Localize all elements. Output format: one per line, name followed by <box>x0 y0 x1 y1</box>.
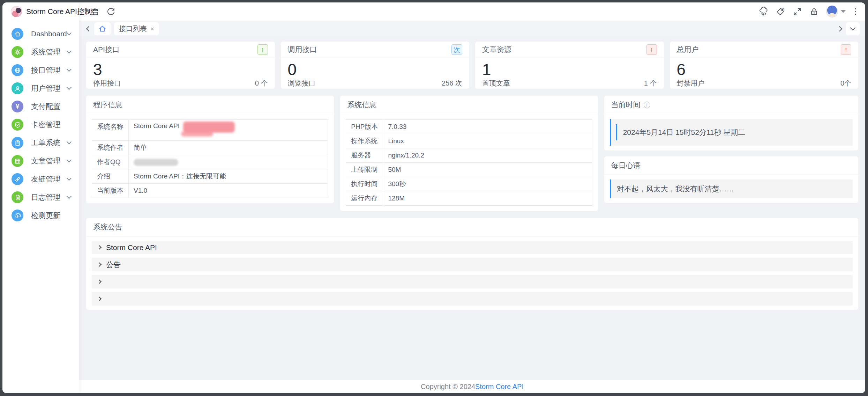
tabbar: 接口列表 × <box>79 21 865 37</box>
table-row: 当前版本 V1.0 <box>92 184 328 198</box>
redacted-gray-blob <box>134 159 178 166</box>
globe-icon <box>12 64 23 76</box>
user-icon <box>12 82 23 94</box>
info-icon: i <box>644 102 650 108</box>
sidebar-item-update[interactable]: 检测更新 <box>2 206 79 225</box>
sidebar-item-logs[interactable]: 日志管理 <box>2 188 79 206</box>
chevron-down-icon <box>67 176 72 181</box>
tab-close-icon[interactable]: × <box>150 25 154 32</box>
stat-card-calls: 调用接口 次 0 浏览接口 256 次 <box>281 42 470 89</box>
table-row: 系统作者 简单 <box>92 141 328 155</box>
refresh-icon[interactable] <box>105 6 117 17</box>
sidebar-item-api[interactable]: 接口管理 <box>2 61 79 79</box>
sidebar-item-ticket[interactable]: 工单系统 <box>2 134 79 152</box>
stat-title: 调用接口 <box>288 45 317 54</box>
panel-title: 当前时间 <box>611 100 641 110</box>
home-icon <box>12 28 23 40</box>
sidebar-item-cardkey[interactable]: 卡密管理 <box>2 116 79 134</box>
panel-title: 系统信息 <box>340 96 598 114</box>
tabs-scroll-right-icon[interactable] <box>837 26 843 31</box>
stat-card-articles: 文章资源 ↑ 1 置顶文章 1 个 <box>475 42 664 89</box>
notice-accordion-item[interactable] <box>92 292 853 306</box>
table-row: 上传限制50M <box>346 163 592 177</box>
stat-footer-label: 封禁用户 <box>677 79 705 88</box>
avatar-caret-icon[interactable] <box>841 10 846 13</box>
notice-panel: 系统公告 Storm Core API 公告 <box>86 218 858 310</box>
yen-icon: ¥ <box>12 101 23 112</box>
sidebar-item-label: 系统管理 <box>31 47 67 57</box>
daily-quote-text: 对不起，风太大，我没有听清楚…… <box>610 179 853 198</box>
tag-icon[interactable] <box>775 6 786 17</box>
chevron-right-icon <box>97 296 102 301</box>
fullscreen-icon[interactable] <box>791 6 803 17</box>
stat-card-users: 总用户 ↑ 6 封禁用户 0个 <box>670 42 859 89</box>
notice-accordion-item[interactable]: 公告 <box>92 258 853 271</box>
sidebar-item-label: 日志管理 <box>31 192 67 202</box>
up-arrow-badge: ↑ <box>257 44 268 55</box>
stat-value: 1 <box>475 58 664 79</box>
chevron-down-icon <box>67 30 72 35</box>
copyright-text: Copyright © 2024 <box>421 383 475 391</box>
app-title: Storm Core API控制台 <box>26 7 99 16</box>
system-info-table: PHP版本7.0.33 操作系统Linux 服务器nginx/1.20.2 上传… <box>346 119 592 206</box>
sidebar-item-label: 友链管理 <box>31 174 67 184</box>
notice-item-label: 公告 <box>106 260 121 270</box>
stat-footer-value: 0个 <box>840 79 851 88</box>
stat-title: 文章资源 <box>482 45 511 54</box>
grid-icon <box>12 155 23 167</box>
sidebar-menu: Dashboard 系统管理 接口管理 <box>2 21 79 393</box>
user-avatar[interactable] <box>826 6 838 17</box>
lock-icon[interactable] <box>808 6 820 17</box>
stat-footer-value: 1 个 <box>644 79 657 88</box>
tabs-dropdown-button[interactable] <box>846 22 860 35</box>
sidebar-item-system[interactable]: 系统管理 <box>2 43 79 61</box>
panel-title: 系统公告 <box>86 218 858 236</box>
tab-home[interactable] <box>94 22 111 35</box>
sidebar-item-links[interactable]: 友链管理 <box>2 170 79 188</box>
cloud-code-icon[interactable] <box>758 6 770 17</box>
chevron-down-icon <box>67 139 72 144</box>
chevron-right-icon <box>97 262 102 267</box>
sidebar-item-dashboard[interactable]: Dashboard <box>2 25 79 43</box>
clipboard-icon <box>12 137 23 149</box>
current-time-panel: 当前时间 i 2024年5月14日 15时52分11秒 星期二 <box>604 96 858 151</box>
topbar-tools <box>753 6 858 17</box>
table-row: 运行内存128M <box>346 191 592 206</box>
sidebar-item-articles[interactable]: 文章管理 <box>2 152 79 170</box>
chevron-right-icon <box>97 245 102 250</box>
page-footer: Copyright © 2024Storm Core API <box>79 380 865 393</box>
redacted-pink-blob <box>183 122 235 134</box>
notice-accordion-item[interactable] <box>92 275 853 288</box>
notice-accordion-item[interactable]: Storm Core API <box>92 241 853 254</box>
table-row: PHP版本7.0.33 <box>346 120 592 134</box>
up-arrow-badge: ↑ <box>841 44 851 55</box>
table-row: 操作系统Linux <box>346 134 592 148</box>
sidebar-item-payment[interactable]: ¥ 支付配置 <box>2 97 79 116</box>
sidebar-item-label: 接口管理 <box>31 65 67 75</box>
current-time-text: 2024年5月14日 15时52分11秒 星期二 <box>616 124 848 140</box>
more-menu-icon[interactable] <box>853 7 858 16</box>
system-info-panel: 系统信息 PHP版本7.0.33 操作系统Linux 服务器nginx/1.20… <box>340 96 598 211</box>
footer-link[interactable]: Storm Core API <box>475 383 524 391</box>
tab-api-list[interactable]: 接口列表 × <box>114 22 159 35</box>
document-icon <box>12 191 23 203</box>
up-arrow-badge: ↑ <box>646 44 657 55</box>
home-icon <box>98 25 106 33</box>
main-column: 接口列表 × API接口 ↑ 3 停用接口 0 个 <box>79 2 865 393</box>
page-content: API接口 ↑ 3 停用接口 0 个 调用接口 次 0 <box>79 37 865 380</box>
stat-value: 0 <box>281 58 470 79</box>
chevron-right-icon <box>97 279 102 284</box>
table-row: 作者QQ <box>92 155 328 169</box>
sidebar-item-label: 用户管理 <box>31 83 67 93</box>
panel-title: 程序信息 <box>86 96 334 114</box>
stat-card-api: API接口 ↑ 3 停用接口 0 个 <box>86 42 275 89</box>
table-row: 系统名称 Storm Core API <box>92 120 328 141</box>
app-logo-avatar <box>11 6 22 17</box>
sidebar-item-users[interactable]: 用户管理 <box>2 79 79 97</box>
stat-footer-value: 256 次 <box>442 79 462 88</box>
system-name-value: Storm Core API <box>134 122 180 130</box>
chevron-down-icon <box>67 85 72 90</box>
table-row: 介绍 Storm Core API：连接无限可能 <box>92 169 328 184</box>
tabs-scroll-left-icon[interactable] <box>86 26 92 31</box>
stat-value: 3 <box>86 58 275 79</box>
